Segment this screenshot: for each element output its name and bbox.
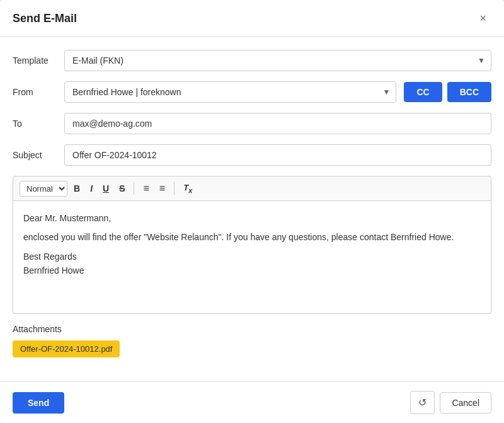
subject-label: Subject [13,150,57,160]
from-label: From [13,87,57,97]
dialog-body: Template E-Mail (FKN) ▼ From Bernfried H… [0,37,504,381]
attachment-filename: Offer-OF-2024-10012.pdf [13,340,120,357]
editor-line-4: Bernfried Howe [23,265,84,275]
dialog-footer: Send ↺ Cancel [0,381,504,423]
editor-content[interactable]: Dear Mr. Mustermann, enclosed you will f… [13,200,491,314]
underline-button[interactable]: U [99,181,113,196]
from-select-wrapper: Bernfried Howe | foreknown ▼ [64,81,396,103]
editor-line-2: enclosed you will find the offer "Websit… [23,230,481,244]
unordered-list-button[interactable]: ≡ [156,180,169,197]
toolbar-divider-1 [134,182,134,195]
bold-button[interactable]: B [70,181,84,196]
template-row: Template E-Mail (FKN) ▼ [13,50,491,71]
to-row: To [13,113,491,134]
reset-button[interactable]: ↺ [410,391,435,414]
editor-signature: Best Regards Bernfried Howe [23,250,481,278]
bcc-button[interactable]: BCC [447,82,491,102]
format-select[interactable]: Normal [20,181,67,197]
dialog-header: Send E-Mail × [0,0,504,37]
strikethrough-button[interactable]: S [115,181,129,196]
attachments-section: Attachments Offer-OF-2024-10012.pdf [13,324,491,357]
subject-row: Subject [13,144,491,166]
attachments-label: Attachments [13,324,491,334]
editor-line-1: Dear Mr. Mustermann, [23,211,481,225]
send-email-dialog: Send E-Mail × Template E-Mail (FKN) ▼ Fr… [0,0,504,423]
editor-section: Normal B I U S ≡ ≡ Tx Dear Mr. Musterman… [13,176,491,314]
cc-button[interactable]: CC [404,82,442,102]
template-label: Template [13,55,57,66]
template-select[interactable]: E-Mail (FKN) [64,50,491,71]
cc-bcc-buttons: CC BCC [404,82,491,102]
subject-input[interactable] [64,144,491,166]
clear-format-button[interactable]: Tx [180,180,196,197]
to-label: To [13,119,57,129]
footer-right-buttons: ↺ Cancel [410,391,491,414]
dialog-title: Send E-Mail [13,12,77,25]
from-row: From Bernfried Howe | foreknown ▼ CC BCC [13,81,491,103]
editor-line-3: Best Regards [23,252,77,262]
cancel-button[interactable]: Cancel [440,392,491,414]
ordered-list-button[interactable]: ≡ [139,180,152,197]
close-button[interactable]: × [474,10,491,26]
editor-toolbar: Normal B I U S ≡ ≡ Tx [13,176,491,200]
attachment-file[interactable]: Offer-OF-2024-10012.pdf [13,340,491,357]
send-button[interactable]: Send [13,392,64,414]
to-input[interactable] [64,113,491,134]
toolbar-divider-2 [174,182,175,195]
italic-button[interactable]: I [86,181,96,196]
from-select[interactable]: Bernfried Howe | foreknown [64,81,396,103]
template-select-wrapper: E-Mail (FKN) ▼ [64,50,491,71]
